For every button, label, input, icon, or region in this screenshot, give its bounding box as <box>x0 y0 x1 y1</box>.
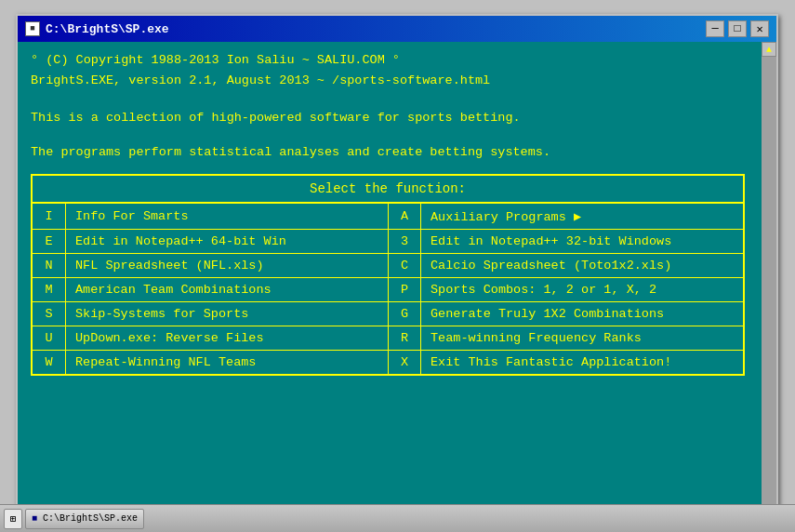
title-bar: ■ C:\BrightS\SP.exe ─ □ ✕ <box>18 16 776 42</box>
taskbar: ⊞ ■ C:\BrightS\SP.exe <box>0 504 795 532</box>
scroll-track[interactable] <box>762 57 776 504</box>
menu-label-left[interactable]: Repeat-Winning NFL Teams <box>66 351 388 374</box>
menu-rows: I Info For Smarts A Auxiliary Programs ▶… <box>33 204 743 374</box>
menu-key-right[interactable]: C <box>388 254 421 277</box>
menu-key-left[interactable]: N <box>33 254 66 277</box>
menu-row[interactable]: E Edit in Notepad++ 64-bit Win 3 Edit in… <box>33 230 743 254</box>
menu-key-right[interactable]: X <box>388 351 421 374</box>
menu-header: Select the function: <box>33 176 743 204</box>
menu-key-left[interactable]: I <box>33 204 66 229</box>
menu-label-right[interactable]: Exit This Fantastic Application! <box>421 351 743 374</box>
taskbar-item-1[interactable]: ⊞ <box>4 509 22 529</box>
menu-box: Select the function: I Info For Smarts A… <box>31 174 745 376</box>
desc-line1: This is a collection of high-powered sof… <box>31 108 745 128</box>
scroll-up-button[interactable]: ▲ <box>762 42 776 57</box>
menu-label-left[interactable]: American Team Combinations <box>66 278 388 301</box>
desc-line2: The programs perform statistical analyse… <box>31 142 745 163</box>
menu-key-left[interactable]: U <box>33 326 66 350</box>
menu-label-right[interactable]: Generate Truly 1X2 Combinations <box>421 302 743 326</box>
close-button[interactable]: ✕ <box>750 20 769 37</box>
title-controls: ─ □ ✕ <box>706 20 769 37</box>
menu-row[interactable]: M American Team Combinations P Sports Co… <box>33 278 743 302</box>
menu-label-left[interactable]: UpDown.exe: Reverse Files <box>66 326 388 350</box>
menu-label-right[interactable]: Edit in Notepad++ 32-bit Windows <box>421 230 743 253</box>
menu-label-right[interactable]: Calcio Spreadsheet (Toto1x2.xls) <box>421 254 743 277</box>
title-bar-left: ■ C:\BrightS\SP.exe <box>25 21 169 36</box>
menu-label-right[interactable]: Team-winning Frequency Ranks <box>421 326 743 350</box>
menu-label-left[interactable]: Info For Smarts <box>66 204 388 229</box>
menu-key-right[interactable]: A <box>388 204 421 229</box>
minimize-button[interactable]: ─ <box>706 20 724 37</box>
menu-row[interactable]: U UpDown.exe: Reverse Files R Team-winni… <box>33 326 743 351</box>
console-content: ° (C) Copyright 1988-2013 Ion Saliu ~ SA… <box>31 51 763 376</box>
window-icon: ■ <box>25 21 40 36</box>
menu-key-right[interactable]: 3 <box>388 230 421 253</box>
menu-key-left[interactable]: M <box>33 278 66 301</box>
menu-label-right[interactable]: Auxiliary Programs ▶ <box>421 204 743 229</box>
copyright-line: ° (C) Copyright 1988-2013 Ion Saliu ~ SA… <box>31 51 745 70</box>
maximize-button[interactable]: □ <box>728 20 747 37</box>
version-line: BrightS.EXE, version 2.1, August 2013 ~ … <box>31 72 745 90</box>
taskbar-item-2[interactable]: ■ C:\BrightS\SP.exe <box>25 509 144 529</box>
window-title: C:\BrightS\SP.exe <box>46 22 169 36</box>
scrollbar[interactable]: ▲ ▼ <box>762 42 776 519</box>
menu-key-right[interactable]: R <box>388 326 421 350</box>
menu-key-left[interactable]: E <box>33 230 66 253</box>
menu-label-left[interactable]: Skip-Systems for Sports <box>66 302 388 326</box>
menu-label-left[interactable]: NFL Spreadsheet (NFL.xls) <box>66 254 388 277</box>
menu-key-left[interactable]: S <box>33 302 66 326</box>
menu-row[interactable]: W Repeat-Winning NFL Teams X Exit This F… <box>33 351 743 374</box>
menu-label-right[interactable]: Sports Combos: 1, 2 or 1, X, 2 <box>421 278 743 301</box>
console-window: ■ C:\BrightS\SP.exe ─ □ ✕ ° (C) Copyrigh… <box>16 14 778 521</box>
console-area: ° (C) Copyright 1988-2013 Ion Saliu ~ SA… <box>18 42 776 519</box>
menu-row[interactable]: I Info For Smarts A Auxiliary Programs ▶ <box>33 204 743 230</box>
menu-key-right[interactable]: P <box>388 278 421 301</box>
menu-row[interactable]: S Skip-Systems for Sports G Generate Tru… <box>33 302 743 326</box>
menu-row[interactable]: N NFL Spreadsheet (NFL.xls) C Calcio Spr… <box>33 254 743 278</box>
menu-label-left[interactable]: Edit in Notepad++ 64-bit Win <box>66 230 388 253</box>
menu-key-left[interactable]: W <box>33 351 66 374</box>
menu-key-right[interactable]: G <box>388 302 421 326</box>
